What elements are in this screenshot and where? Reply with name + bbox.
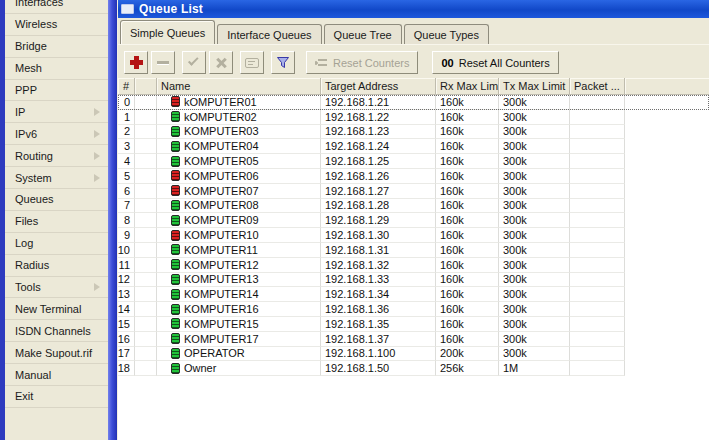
table-row[interactable]: 0 kOMPUTER01 192.168.1.21 160k 300k: [118, 95, 709, 110]
sidebar-item-make-supout-rif[interactable]: Make Supout.rif: [5, 342, 108, 364]
table-row[interactable]: 15 KOMPUTER15 192.168.1.35 160k 300k: [118, 317, 709, 332]
cell-rx-max-limit: 160k: [436, 95, 499, 110]
table-row[interactable]: 10 KOMPUTER11 192.168.1.31 160k 300k: [118, 243, 709, 258]
sidebar-item-ppp[interactable]: PPP: [5, 80, 108, 102]
table-row[interactable]: 7 KOMPUTER08 192.168.1.28 160k 300k: [118, 199, 709, 214]
sidebar-item-new-terminal[interactable]: New Terminal: [5, 298, 108, 320]
queue-table: 0 kOMPUTER01 192.168.1.21 160k 300k 1 kO…: [118, 95, 709, 440]
sidebar-item-routing[interactable]: Routing: [5, 145, 108, 167]
sidebar-item-label: Files: [15, 215, 94, 227]
window-title: Queue List: [139, 2, 203, 16]
cell-target-address: 192.168.1.28: [321, 199, 436, 214]
sidebar-item-manual[interactable]: Manual: [5, 364, 108, 386]
cell-flag: [135, 243, 157, 258]
cell-id: 18: [118, 361, 135, 376]
reset-counters-icon: [315, 58, 328, 68]
cell-id: 7: [118, 199, 135, 214]
queue-status-icon: [171, 289, 180, 300]
column-header-tx-max-limit[interactable]: Tx Max Limit: [499, 78, 570, 94]
enable-button[interactable]: [182, 51, 206, 74]
table-row[interactable]: 8 KOMPUTER09 192.168.1.29 160k 300k: [118, 213, 709, 228]
cell-id: 3: [118, 139, 135, 154]
queue-name: KOMPUTER16: [184, 303, 259, 315]
reset-all-counters-button[interactable]: 00 Reset All Counters: [432, 51, 558, 74]
column-header-name[interactable]: Name: [157, 78, 321, 94]
sidebar-item-mesh[interactable]: Mesh: [5, 58, 108, 80]
column-header-packet[interactable]: Packet ...: [570, 78, 625, 94]
column-header-[interactable]: #: [118, 78, 135, 94]
table-row[interactable]: 3 KOMPUTER04 192.168.1.24 160k 300k: [118, 139, 709, 154]
cell-flag: [135, 347, 157, 362]
cell-target-address: 192.168.1.21: [321, 95, 436, 110]
cell-target-address: 192.168.1.31: [321, 243, 436, 258]
table-row[interactable]: 5 KOMPUTER06 192.168.1.26 160k 300k: [118, 169, 709, 184]
filter-button[interactable]: [271, 51, 295, 74]
sidebar-item-tools[interactable]: Tools: [5, 277, 108, 299]
cell-packet: [570, 258, 625, 273]
sidebar-item-bridge[interactable]: Bridge: [5, 36, 108, 58]
column-header-rx-max-limit[interactable]: Rx Max Limit: [436, 78, 499, 94]
tab-interface-queues[interactable]: Interface Queues: [217, 24, 321, 44]
tab-queue-types[interactable]: Queue Types: [404, 24, 489, 44]
queue-status-icon: [171, 215, 180, 226]
column-header-flag[interactable]: [135, 78, 157, 94]
table-row[interactable]: 6 KOMPUTER07 192.168.1.27 160k 300k: [118, 184, 709, 199]
cell-tx-max-limit: 300k: [499, 287, 570, 302]
cell-rx-max-limit: 160k: [436, 110, 499, 125]
table-row[interactable]: 2 KOMPUTER03 192.168.1.23 160k 300k: [118, 125, 709, 140]
cell-rx-max-limit: 160k: [436, 332, 499, 347]
comment-button[interactable]: [240, 51, 264, 74]
sidebar-item-exit[interactable]: Exit: [5, 386, 108, 408]
cell-packet: [570, 332, 625, 347]
queue-status-icon: [171, 348, 180, 359]
table-row[interactable]: 13 KOMPUTER14 192.168.1.34 160k 300k: [118, 287, 709, 302]
cell-flag: [135, 332, 157, 347]
sidebar-item-wireless[interactable]: Wireless: [5, 14, 108, 36]
remove-button[interactable]: [151, 51, 175, 74]
tab-queue-tree[interactable]: Queue Tree: [324, 24, 402, 44]
cell-rx-max-limit: 160k: [436, 273, 499, 288]
cell-flag: [135, 213, 157, 228]
submenu-arrow-icon: [94, 130, 100, 138]
toolbar: Reset Counters 00 Reset All Counters: [118, 44, 709, 78]
disable-button[interactable]: [209, 51, 233, 74]
cell-filler: [625, 169, 709, 184]
table-row[interactable]: 9 KOMPUTER10 192.168.1.30 160k 300k: [118, 228, 709, 243]
cell-packet: [570, 243, 625, 258]
queue-name: KOMPUTER06: [184, 170, 259, 182]
table-row[interactable]: 1 kOMPUTER02 192.168.1.22 160k 300k: [118, 110, 709, 125]
table-row[interactable]: 18 Owner 192.168.1.50 256k 1M: [118, 361, 709, 376]
table-row[interactable]: 17 OPERATOR 192.168.1.100 200k 300k: [118, 347, 709, 362]
reset-counters-button[interactable]: Reset Counters: [306, 51, 418, 74]
cell-filler: [625, 125, 709, 140]
queue-name: KOMPUTER14: [184, 288, 259, 300]
sidebar-item-ip[interactable]: IP: [5, 101, 108, 123]
table-row[interactable]: 11 KOMPUTER12 192.168.1.32 160k 300k: [118, 258, 709, 273]
cell-packet: [570, 169, 625, 184]
sidebar-item-isdn-channels[interactable]: ISDN Channels: [5, 320, 108, 342]
cell-flag: [135, 154, 157, 169]
table-row[interactable]: 14 KOMPUTER16 192.168.1.36 160k 300k: [118, 302, 709, 317]
sidebar-item-log[interactable]: Log: [5, 233, 108, 255]
sidebar-item-files[interactable]: Files: [5, 211, 108, 233]
window-titlebar[interactable]: Queue List: [118, 0, 709, 18]
sidebar-item-system[interactable]: System: [5, 167, 108, 189]
table-row[interactable]: 12 KOMPUTER13 192.168.1.33 160k 300k: [118, 273, 709, 288]
queue-name: KOMPUTER12: [184, 259, 259, 271]
cell-tx-max-limit: 300k: [499, 169, 570, 184]
cell-packet: [570, 154, 625, 169]
table-row[interactable]: 4 KOMPUTER05 192.168.1.25 160k 300k: [118, 154, 709, 169]
sidebar-item-interfaces[interactable]: Interfaces: [5, 0, 108, 14]
queue-name: kOMPUTER02: [184, 111, 257, 123]
tab-simple-queues[interactable]: Simple Queues: [120, 20, 215, 44]
check-icon: [188, 55, 199, 66]
queue-name: kOMPUTER01: [184, 96, 257, 108]
table-row[interactable]: 16 KOMPUTER17 192.168.1.37 160k 300k: [118, 332, 709, 347]
column-header-target-address[interactable]: Target Address: [321, 78, 436, 94]
cell-tx-max-limit: 300k: [499, 125, 570, 140]
sidebar-item-queues[interactable]: Queues: [5, 189, 108, 211]
sidebar-item-radius[interactable]: Radius: [5, 255, 108, 277]
column-header-filler[interactable]: [625, 78, 709, 94]
sidebar-item-ipv6[interactable]: IPv6: [5, 123, 108, 145]
add-button[interactable]: [124, 51, 148, 74]
